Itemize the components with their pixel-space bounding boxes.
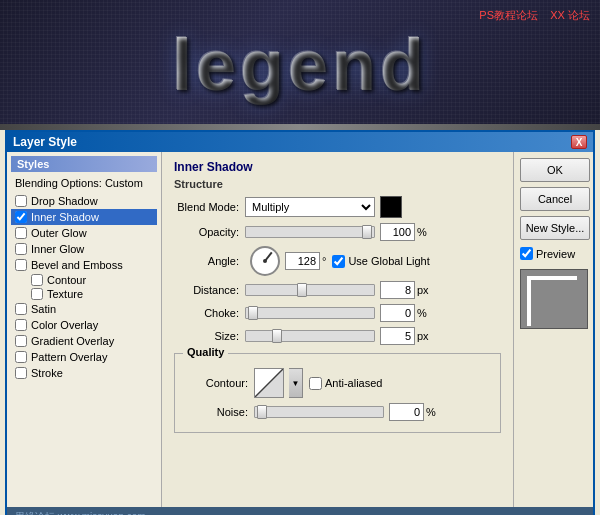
dialog-body: Styles Blending Options: Custom Drop Sha… <box>7 152 593 507</box>
opacity-slider[interactable] <box>245 226 375 238</box>
preview-shape <box>527 276 577 326</box>
layer-item-texture[interactable]: Texture <box>11 287 157 301</box>
choke-slider[interactable] <box>245 307 375 319</box>
angle-dial[interactable] <box>250 246 280 276</box>
new-style-button[interactable]: New Style... <box>520 216 590 240</box>
choke-row: Choke: % <box>174 304 501 322</box>
choke-input[interactable] <box>380 304 415 322</box>
noise-input[interactable] <box>389 403 424 421</box>
inner-glow-label: Inner Glow <box>31 243 84 255</box>
choke-thumb[interactable] <box>248 306 258 320</box>
anti-aliased-text: Anti-aliased <box>325 377 382 389</box>
texture-label: Texture <box>47 288 83 300</box>
anti-aliased-checkbox[interactable] <box>309 377 322 390</box>
blend-mode-select[interactable]: Multiply Normal Screen Overlay <box>245 197 375 217</box>
size-slider[interactable] <box>245 330 375 342</box>
size-unit: px <box>417 330 429 342</box>
anti-aliased-label[interactable]: Anti-aliased <box>309 377 382 390</box>
blend-mode-row: Blend Mode: Multiply Normal Screen Overl… <box>174 196 501 218</box>
inner-shadow-label: Inner Shadow <box>31 211 99 223</box>
layer-item-drop-shadow[interactable]: Drop Shadow <box>11 193 157 209</box>
bevel-emboss-checkbox[interactable] <box>15 259 27 271</box>
preview-box <box>520 269 588 329</box>
footer-text: 思缘论坛 www.missvuan.com <box>15 510 146 515</box>
footer: 思缘论坛 www.missvuan.com <box>7 507 593 515</box>
dialog-title: Layer Style <box>13 135 77 149</box>
size-label: Size: <box>174 330 239 342</box>
distance-slider[interactable] <box>245 284 375 296</box>
noise-row: Noise: % <box>183 403 492 421</box>
blend-mode-label: Blend Mode: <box>174 201 239 213</box>
inner-shadow-checkbox[interactable] <box>15 211 27 223</box>
layer-item-contour[interactable]: Contour <box>11 273 157 287</box>
opacity-thumb[interactable] <box>362 225 372 239</box>
noise-slider[interactable] <box>254 406 384 418</box>
right-panel: Inner Shadow Structure Blend Mode: Multi… <box>162 152 513 507</box>
gradient-overlay-checkbox[interactable] <box>15 335 27 347</box>
contour-row-label: Contour: <box>183 377 248 389</box>
dialog-titlebar: Layer Style X <box>7 132 593 152</box>
choke-label: Choke: <box>174 307 239 319</box>
layer-item-satin[interactable]: Satin <box>11 301 157 317</box>
angle-center <box>263 259 267 263</box>
ok-button[interactable]: OK <box>520 158 590 182</box>
opacity-unit: % <box>417 226 427 238</box>
opacity-label: Opacity: <box>174 226 239 238</box>
size-input[interactable] <box>380 327 415 345</box>
layer-item-stroke[interactable]: Stroke <box>11 365 157 381</box>
noise-label: Noise: <box>183 406 248 418</box>
distance-thumb[interactable] <box>297 283 307 297</box>
layer-item-gradient-overlay[interactable]: Gradient Overlay <box>11 333 157 349</box>
drop-shadow-checkbox[interactable] <box>15 195 27 207</box>
texture-checkbox[interactable] <box>31 288 43 300</box>
cancel-button[interactable]: Cancel <box>520 187 590 211</box>
angle-unit: ° <box>322 255 326 267</box>
preview-checkbox-container[interactable]: Preview <box>520 247 587 260</box>
outer-glow-checkbox[interactable] <box>15 227 27 239</box>
contour-preview[interactable] <box>254 368 284 398</box>
styles-title[interactable]: Styles <box>11 156 157 172</box>
contour-label: Contour <box>47 274 86 286</box>
stroke-checkbox[interactable] <box>15 367 27 379</box>
layer-item-outer-glow[interactable]: Outer Glow <box>11 225 157 241</box>
opacity-input[interactable] <box>380 223 415 241</box>
use-global-light-checkbox[interactable] <box>332 255 345 268</box>
layer-item-inner-shadow[interactable]: Inner Shadow <box>11 209 157 225</box>
layer-item-inner-glow[interactable]: Inner Glow <box>11 241 157 257</box>
color-overlay-checkbox[interactable] <box>15 319 27 331</box>
choke-unit: % <box>417 307 427 319</box>
stroke-label: Stroke <box>31 367 63 379</box>
pattern-overlay-checkbox[interactable] <box>15 351 27 363</box>
color-overlay-label: Color Overlay <box>31 319 98 331</box>
close-button[interactable]: X <box>571 135 587 149</box>
preview-checkbox[interactable] <box>520 247 533 260</box>
structure-header: Structure <box>174 178 501 190</box>
contour-svg <box>255 369 283 397</box>
noise-unit: % <box>426 406 436 418</box>
distance-row: Distance: px <box>174 281 501 299</box>
preview-label: Preview <box>536 248 575 260</box>
size-thumb[interactable] <box>272 329 282 343</box>
contour-dropdown-button[interactable]: ▼ <box>289 368 303 398</box>
blending-options-item[interactable]: Blending Options: Custom <box>11 175 157 191</box>
layer-item-pattern-overlay[interactable]: Pattern Overlay <box>11 349 157 365</box>
blend-color-swatch[interactable] <box>380 196 402 218</box>
contour-checkbox[interactable] <box>31 274 43 286</box>
banner-watermark: PS教程论坛 XX 论坛 <box>479 8 590 23</box>
angle-row: Angle: ° Use Global Light <box>174 246 501 276</box>
layer-item-bevel-emboss[interactable]: Bevel and Emboss <box>11 257 157 273</box>
angle-input[interactable] <box>285 252 320 270</box>
noise-thumb[interactable] <box>257 405 267 419</box>
use-global-light-label[interactable]: Use Global Light <box>332 255 429 268</box>
satin-checkbox[interactable] <box>15 303 27 315</box>
distance-input[interactable] <box>380 281 415 299</box>
distance-unit: px <box>417 284 429 296</box>
layer-item-color-overlay[interactable]: Color Overlay <box>11 317 157 333</box>
size-row: Size: px <box>174 327 501 345</box>
inner-shadow-header: Inner Shadow <box>174 160 501 174</box>
use-global-light-text: Use Global Light <box>348 255 429 267</box>
quality-section: Quality Contour: ▼ Anti-aliased <box>174 353 501 433</box>
quality-title: Quality <box>183 346 228 358</box>
inner-glow-checkbox[interactable] <box>15 243 27 255</box>
left-panel: Styles Blending Options: Custom Drop Sha… <box>7 152 162 507</box>
